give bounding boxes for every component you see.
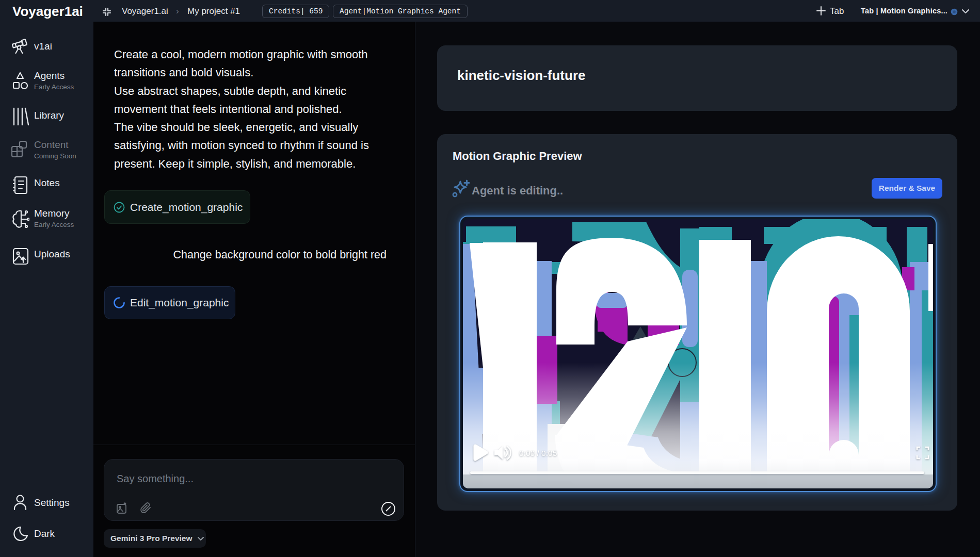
- svg-text:0:00 / 0:05: 0:00 / 0:05: [519, 449, 557, 457]
